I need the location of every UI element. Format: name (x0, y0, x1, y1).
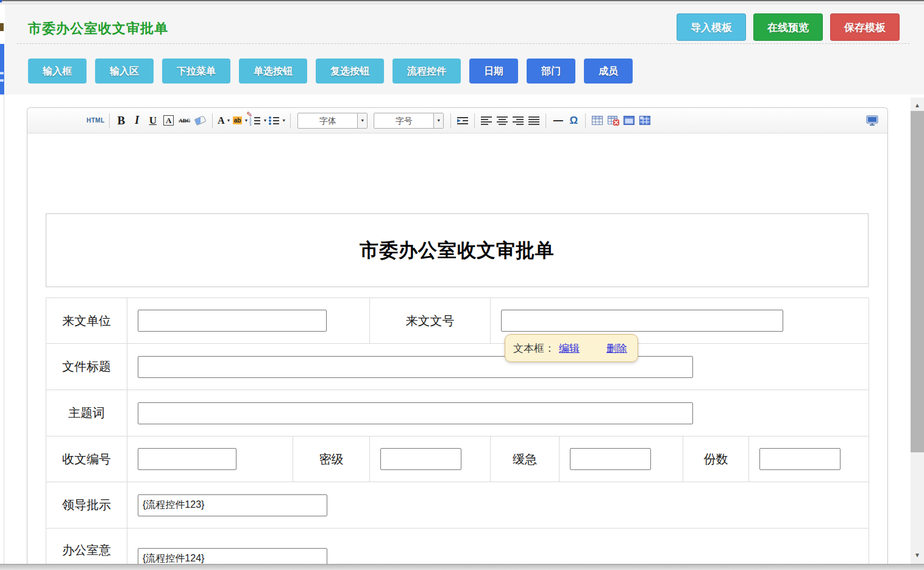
form-text-input[interactable] (759, 448, 840, 470)
field-label-cell: 缓急 (491, 436, 560, 482)
underline-icon[interactable]: U (146, 113, 160, 129)
window-corner-fragment (0, 0, 2, 2)
field-label-cell: 份数 (683, 436, 749, 482)
scroll-up-icon[interactable]: ▲ (911, 99, 924, 111)
template-action-buttons: 导入模板在线预览保存模板 (677, 13, 900, 41)
form-control-toolbox: 输入框输入区下拉菜单单选按钮复选按钮流程控件日期部门成员 (28, 59, 633, 84)
fragment-dash (0, 79, 4, 82)
font-color-icon[interactable]: A ▼ (217, 113, 232, 129)
form-text-input[interactable] (138, 310, 327, 332)
left-edge-fragment (0, 23, 4, 31)
align-center-icon[interactable] (495, 113, 510, 129)
strikethrough-icon[interactable]: ABC (177, 113, 192, 129)
italic-icon[interactable]: I (130, 113, 144, 129)
department-button[interactable]: 部门 (527, 59, 575, 84)
delete-table-icon[interactable] (606, 113, 620, 129)
fullscreen-icon[interactable] (865, 113, 880, 129)
input-box-button[interactable]: 输入框 (28, 59, 87, 84)
eraser-shape (194, 115, 207, 126)
field-label: 份数 (704, 451, 728, 468)
source-code-icon[interactable]: HTML (87, 113, 105, 129)
element-tooltip: 文本框： 编辑 删除 (505, 334, 638, 362)
form-title-box: 市委办公室收文审批单 (46, 213, 869, 287)
chevron-down-icon[interactable]: ▼ (282, 118, 286, 123)
field-label-cell: 来文文号 (370, 298, 491, 344)
delete-link[interactable]: 删除 (606, 341, 627, 355)
form-text-input[interactable] (138, 402, 693, 424)
font-size-select[interactable]: 字号 ▼ (374, 113, 444, 129)
scrollbar-thumb[interactable] (911, 111, 924, 452)
form-text-input[interactable] (380, 448, 461, 470)
date-button[interactable]: 日期 (469, 59, 518, 84)
field-label: 密级 (319, 451, 344, 468)
field-label: 主题词 (68, 405, 105, 421)
dropdown-menu-button[interactable]: 下拉菜单 (162, 59, 230, 84)
quickformat-icon[interactable]: A (163, 115, 174, 126)
align-left-icon[interactable] (479, 113, 494, 129)
cell-properties-icon[interactable] (622, 113, 636, 129)
chevron-down-icon[interactable]: ▼ (227, 118, 231, 123)
toolbar-separator (474, 113, 475, 128)
window-bottom-bar (0, 564, 924, 570)
form-text-input[interactable] (501, 310, 783, 332)
field-input-cell (127, 436, 293, 482)
merge-cells-icon[interactable] (638, 113, 652, 129)
field-input-cell (749, 436, 869, 482)
editor-toolbar: HTML B I U A ABC A ▼ ab ✎ ▼ 1 2 3 ▼ (27, 108, 887, 134)
toolbar-separator (546, 113, 546, 128)
chevron-down-icon[interactable]: ▼ (263, 118, 267, 123)
indent-icon[interactable] (455, 113, 470, 129)
font-family-select[interactable]: 字体 ▼ (297, 113, 368, 129)
form-title: 市委办公室收文审批单 (360, 238, 555, 263)
align-justify-icon[interactable] (527, 113, 541, 129)
special-char-icon[interactable]: Ω (566, 113, 581, 129)
save-template-button[interactable]: 保存模板 (830, 13, 900, 41)
field-label-cell: 来文单位 (46, 298, 127, 344)
form-table: 来文单位来文文号文件标题主题词收文编号密级缓急份数领导批示办公室意 (46, 297, 869, 570)
edit-link[interactable]: 编辑 (559, 341, 580, 355)
radio-button-button[interactable]: 单选按钮 (239, 59, 307, 84)
fragment-dash (0, 72, 4, 74)
toolbar-separator (450, 113, 451, 128)
field-label-cell: 文件标题 (46, 344, 127, 390)
svg-text:3: 3 (249, 123, 252, 126)
chevron-down-icon[interactable]: ▼ (357, 113, 367, 128)
insert-table-icon[interactable] (590, 113, 605, 129)
header-divider (17, 43, 909, 44)
input-area-button[interactable]: 输入区 (95, 59, 154, 84)
field-label: 来文单位 (62, 313, 111, 329)
online-preview-button[interactable]: 在线预览 (753, 13, 823, 41)
field-input-cell (127, 482, 869, 529)
bold-icon[interactable]: B (114, 113, 129, 129)
import-template-button[interactable]: 导入模板 (677, 13, 746, 41)
flow-control-button[interactable]: 流程控件 (393, 59, 461, 84)
toolbar-separator (290, 113, 291, 128)
eraser-icon[interactable] (193, 113, 208, 129)
vertical-scrollbar[interactable]: ▲ ▼ (911, 98, 924, 565)
toolbar-separator (585, 113, 586, 128)
checkbox-button[interactable]: 复选按钮 (316, 59, 384, 84)
field-label: 收文编号 (62, 451, 111, 468)
field-label: 来文文号 (406, 313, 455, 329)
form-text-input[interactable] (138, 494, 327, 516)
field-label: 办公室意 (62, 542, 111, 558)
editor-document[interactable]: 市委办公室收文审批单 来文单位来文文号文件标题主题词收文编号密级缓急份数领导批示… (27, 134, 887, 570)
page-title: 市委办公室收文审批单 (28, 20, 168, 38)
highlight-color-icon[interactable]: ab ✎ ▼ (233, 113, 249, 129)
member-button[interactable]: 成员 (584, 59, 633, 84)
field-label-cell: 收文编号 (46, 436, 127, 482)
chevron-down-icon[interactable]: ▼ (433, 113, 443, 128)
chevron-down-icon[interactable]: ▼ (244, 118, 248, 123)
field-label: 缓急 (513, 451, 537, 468)
page-left-border (4, 94, 4, 565)
unordered-list-icon[interactable]: ▼ (268, 113, 286, 129)
horizontal-rule-icon[interactable]: — (550, 113, 565, 129)
field-label: 文件标题 (62, 358, 111, 375)
window-top-separator (0, 4, 924, 4)
toolbar-separator (109, 113, 110, 128)
tooltip-label: 文本框： (513, 341, 555, 355)
align-right-icon[interactable] (511, 113, 525, 129)
scroll-down-icon[interactable]: ▼ (911, 549, 924, 561)
form-text-input[interactable] (138, 448, 236, 470)
form-text-input[interactable] (570, 448, 651, 470)
